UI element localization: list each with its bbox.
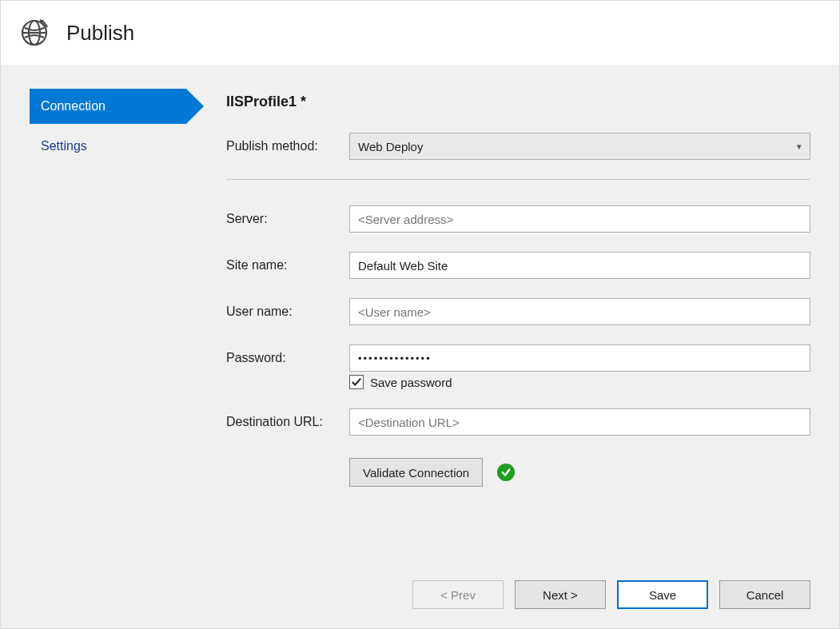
site-name-input[interactable]: [349, 252, 810, 279]
wizard-sidebar: Connection Settings: [30, 89, 226, 580]
section-divider: [226, 179, 810, 180]
server-label: Server:: [226, 212, 349, 226]
profile-title: IISProfile1 *: [226, 94, 810, 110]
dialog-header: Publish: [1, 1, 839, 65]
server-input[interactable]: [349, 205, 810, 233]
row-validate: Validate Connection: [226, 458, 810, 487]
row-publish-method: Publish method: Web Deploy ▾: [226, 133, 810, 160]
tab-connection[interactable]: Connection: [30, 89, 186, 124]
publish-method-label: Publish method:: [226, 139, 349, 153]
prev-button: < Prev: [412, 580, 504, 609]
wizard-content: IISProfile1 * Publish method: Web Deploy…: [226, 89, 810, 580]
save-password-checkbox[interactable]: [349, 375, 364, 389]
cancel-button[interactable]: Cancel: [719, 580, 810, 609]
row-destination-url: Destination URL:: [226, 408, 810, 436]
publish-globe-icon: [18, 17, 55, 49]
user-name-label: User name:: [226, 305, 349, 319]
chevron-down-icon: ▾: [797, 141, 802, 152]
publish-method-select[interactable]: Web Deploy ▾: [349, 133, 810, 160]
validation-success-icon: [497, 464, 515, 481]
row-site-name: Site name:: [226, 252, 810, 279]
row-save-password: Save password: [226, 375, 810, 389]
dialog-title: Publish: [66, 21, 134, 46]
save-button[interactable]: Save: [617, 580, 708, 609]
validate-connection-button[interactable]: Validate Connection: [349, 458, 483, 487]
publish-method-value: Web Deploy: [358, 140, 423, 153]
tab-label: Connection: [41, 99, 105, 113]
tab-label: Settings: [41, 139, 87, 153]
checkmark-icon: [351, 376, 362, 388]
next-button[interactable]: Next >: [515, 580, 606, 609]
site-name-label: Site name:: [226, 258, 349, 273]
save-password-label: Save password: [370, 376, 452, 389]
row-server: Server:: [226, 205, 810, 233]
destination-url-label: Destination URL:: [226, 415, 349, 429]
password-input[interactable]: [349, 344, 810, 372]
row-user-name: User name:: [226, 298, 810, 325]
tab-settings[interactable]: Settings: [30, 129, 186, 164]
destination-url-input[interactable]: [349, 408, 810, 436]
password-label: Password:: [226, 351, 349, 365]
dialog-body: Connection Settings IISProfile1 * Publis…: [1, 65, 839, 628]
wizard-footer: < Prev Next > Save Cancel: [30, 580, 810, 628]
row-password: Password:: [226, 344, 810, 372]
user-name-input[interactable]: [349, 298, 810, 325]
